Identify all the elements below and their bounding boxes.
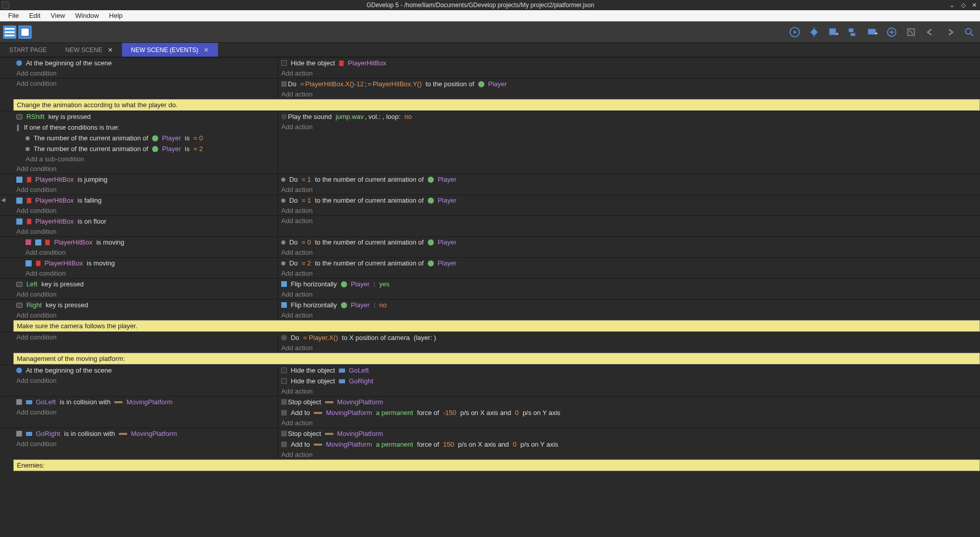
action[interactable]: Flip horizontally Player : no [278, 300, 980, 310]
export-button[interactable] [18, 26, 32, 39]
condition[interactable]: At the beginning of the scene [13, 365, 278, 376]
add-condition-link[interactable]: Add condition [13, 439, 278, 449]
collapse-chevron-icon[interactable]: ◀ [1, 197, 5, 203]
add-condition-link[interactable]: Add condition [13, 289, 278, 299]
events-editor[interactable]: At the beginning of the scene Add condit… [0, 57, 980, 537]
minimize-button[interactable]: ⌄ [948, 2, 955, 9]
action[interactable]: Add to MovingPlatform a permanent force … [278, 407, 980, 418]
debug-button[interactable] [806, 25, 822, 40]
action[interactable]: Play the sound jump.wav, vol.: , loop: n… [278, 111, 980, 122]
event-row[interactable]: PlayerHitBox is on floor Add condition A… [0, 215, 980, 236]
action[interactable]: Stop object MovingPlatform [278, 397, 980, 407]
add-condition-link[interactable]: Add condition [13, 376, 278, 385]
add-action-link[interactable]: Add action [278, 206, 980, 215]
condition[interactable]: PlayerHitBox is on floor [13, 216, 278, 227]
add-action-link[interactable]: Add action [278, 418, 980, 428]
comment-event[interactable]: Change the animation according to what t… [13, 99, 980, 111]
add-condition-link[interactable]: Add condition [13, 227, 278, 236]
condition-or[interactable]: ‖ If one of these conditions is true: [13, 122, 278, 133]
condition[interactable]: At the beginning of the scene [13, 58, 278, 68]
condition[interactable]: Right key is pressed [13, 300, 278, 310]
add-action-link[interactable]: Add action [278, 248, 980, 257]
delete-event-button[interactable] [903, 25, 919, 40]
action[interactable]: Flip horizontally Player : yes [278, 279, 980, 289]
event-row[interactable]: GoLeft is in collision with MovingPlatfo… [0, 396, 980, 428]
add-action-link[interactable]: Add action [278, 68, 980, 78]
action[interactable]: Hide the object PlayerHitBox [278, 58, 980, 68]
add-condition-link[interactable]: Add condition [22, 248, 278, 257]
tab-start-page[interactable]: START PAGE [0, 43, 56, 57]
event-row[interactable]: Left key is pressed Add condition Flip h… [0, 278, 980, 299]
action[interactable]: Do =PlayerHitBox.X()-12;=PlayerHitBox.Y(… [278, 79, 980, 89]
add-comment-button[interactable]: + [865, 25, 880, 40]
condition[interactable]: PlayerHitBox is falling [13, 195, 278, 206]
condition[interactable]: RShift key is pressed [13, 111, 278, 122]
add-action-link[interactable]: Add action [278, 185, 980, 194]
menu-view[interactable]: View [45, 10, 70, 21]
condition[interactable]: GoRight is in collision with MovingPlatf… [13, 428, 278, 439]
action[interactable]: Do = 0 to the number of current animatio… [278, 237, 980, 248]
tab-new-scene-events[interactable]: NEW SCENE (EVENTS)✕ [122, 43, 218, 57]
add-condition-link[interactable]: Add condition [13, 185, 278, 194]
comment-event[interactable]: Enemies: [13, 459, 980, 471]
choose-event-button[interactable] [884, 25, 899, 40]
add-condition-link[interactable]: Add condition [13, 407, 278, 417]
event-row[interactable]: PlayerHitBox is falling Add condition Do… [0, 194, 980, 215]
add-condition-link[interactable]: Add condition [13, 310, 278, 320]
add-condition-link[interactable]: Add condition [13, 332, 278, 342]
add-action-link[interactable]: Add action [278, 268, 980, 278]
sub-condition[interactable]: The number of the current animation of P… [22, 133, 278, 143]
menu-file[interactable]: File [3, 10, 24, 21]
menu-help[interactable]: Help [104, 10, 128, 21]
tab-new-scene[interactable]: NEW SCENE✕ [56, 43, 122, 57]
add-event-button[interactable]: + [826, 25, 841, 40]
comment-event[interactable]: Management of the moving platform: [13, 353, 980, 364]
action[interactable]: Do = 1 to the number of current animatio… [278, 195, 980, 206]
action[interactable]: Do = 2 to the number of current animatio… [278, 258, 980, 268]
add-action-link[interactable]: Add action [278, 310, 980, 320]
add-condition-link[interactable]: Add condition [13, 206, 278, 215]
project-manager-button[interactable] [3, 26, 16, 39]
event-row[interactable]: At the beginning of the scene Add condit… [0, 57, 980, 78]
add-action-link[interactable]: Add action [278, 216, 980, 226]
event-row[interactable]: Add condition Do =PlayerHitBox.X()-12;=P… [0, 78, 980, 99]
play-button[interactable] [787, 25, 802, 40]
close-tab-icon[interactable]: ✕ [108, 46, 113, 54]
event-row[interactable]: Right key is pressed Add condition Flip … [0, 299, 980, 320]
event-row[interactable]: PlayerHitBox is moving Add condition Do … [0, 236, 980, 257]
add-condition-link[interactable]: Add condition [13, 68, 278, 78]
add-action-link[interactable]: Add action [278, 289, 980, 299]
search-button[interactable] [962, 25, 977, 40]
event-row[interactable]: GoRight is in collision with MovingPlatf… [0, 428, 980, 459]
condition[interactable]: PlayerHitBox is jumping [13, 174, 278, 185]
action[interactable]: Do = 1 to the number of current animatio… [278, 174, 980, 185]
comment-event[interactable]: Make sure the camera follows the player. [13, 320, 980, 332]
action[interactable]: Hide the object GoLeft [278, 365, 980, 376]
add-condition-link[interactable]: Add condition [13, 164, 278, 174]
menu-edit[interactable]: Edit [24, 10, 45, 21]
maximize-button[interactable]: ◇ [960, 2, 967, 9]
condition[interactable]: GoLeft is in collision with MovingPlatfo… [13, 397, 278, 407]
add-action-link[interactable]: Add action [278, 343, 980, 353]
action[interactable]: Hide the object GoRight [278, 376, 980, 386]
event-row[interactable]: RShift key is pressed ‖ If one of these … [0, 111, 980, 174]
event-row[interactable]: PlayerHitBox is jumping Add condition Do… [0, 174, 980, 194]
condition[interactable]: PlayerHitBox is moving [22, 237, 278, 248]
redo-button[interactable] [942, 25, 958, 40]
add-sub-condition-link[interactable]: Add a sub-condition [22, 154, 278, 164]
add-action-link[interactable]: Add action [278, 122, 980, 132]
condition[interactable]: Left key is pressed [13, 279, 278, 289]
add-action-link[interactable]: Add action [278, 89, 980, 99]
event-row[interactable]: PlayerHitBox is moving Add condition Do … [0, 257, 980, 278]
add-action-link[interactable]: Add action [278, 386, 980, 396]
menu-window[interactable]: Window [70, 10, 104, 21]
close-window-button[interactable]: ✕ [971, 2, 978, 9]
condition[interactable]: PlayerHitBox is moving [22, 258, 278, 268]
add-action-link[interactable]: Add action [278, 450, 980, 459]
undo-button[interactable] [923, 25, 938, 40]
action[interactable]: Do = Player.X() to X position of camera … [278, 332, 980, 343]
action[interactable]: Stop object MovingPlatform [278, 428, 980, 439]
sub-condition[interactable]: The number of the current animation of P… [22, 143, 278, 154]
action[interactable]: Add to MovingPlatform a permanent force … [278, 439, 980, 450]
event-row[interactable]: Add condition Do = Player.X() to X posit… [0, 332, 980, 353]
